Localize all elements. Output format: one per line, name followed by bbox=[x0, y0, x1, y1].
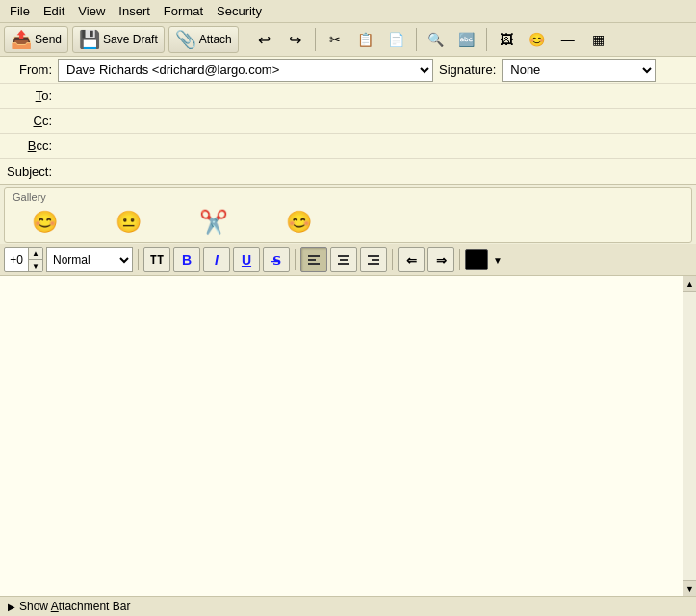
header-fields: From: Dave Richards <drichard@largo.com>… bbox=[0, 57, 696, 185]
align-left-button[interactable] bbox=[300, 247, 327, 272]
align-center-icon bbox=[337, 253, 350, 267]
font-size-control: +0 ▲ ▼ bbox=[4, 247, 43, 272]
compose-textarea[interactable] bbox=[0, 276, 683, 596]
attachment-bar-label: Show Attachment Bar bbox=[19, 600, 130, 613]
attachment-bar-toggle-arrow: ▶ bbox=[8, 602, 15, 612]
subject-row: Subject: bbox=[0, 159, 696, 184]
scroll-track[interactable] bbox=[683, 292, 697, 580]
cc-label: Cc: bbox=[0, 114, 58, 128]
font-size-up[interactable]: ▲ bbox=[29, 248, 42, 260]
to-input[interactable] bbox=[58, 87, 696, 105]
attach-button[interactable]: 📎 Attach bbox=[168, 26, 239, 53]
smiley-button[interactable]: 😊 bbox=[524, 26, 551, 53]
gallery: Gallery 😊 😐 ✂️ 😊 bbox=[4, 187, 692, 243]
search-button[interactable]: 🔍 bbox=[423, 26, 450, 53]
svg-rect-8 bbox=[368, 263, 379, 265]
font-size-arrows: ▲ ▼ bbox=[28, 248, 42, 271]
indent-decrease-button[interactable]: ⇐ bbox=[398, 247, 425, 272]
cc-row: Cc: bbox=[0, 109, 696, 134]
indent-increase-button[interactable]: ⇒ bbox=[427, 247, 454, 272]
send-icon: 📤 bbox=[11, 29, 32, 50]
signature-select[interactable]: None bbox=[502, 59, 656, 82]
save-draft-icon: 💾 bbox=[79, 29, 100, 50]
toolbar: 📤 Send 💾 Save Draft 📎 Attach ↩ ↪ ✂ 📋 📄 🔍… bbox=[0, 23, 696, 57]
toolbar-sep-1 bbox=[245, 28, 245, 51]
paste-button[interactable]: 📄 bbox=[383, 26, 410, 53]
format-toolbar: +0 ▲ ▼ Normal Heading 1 Heading 2 Headin… bbox=[0, 244, 696, 276]
text-color-swatch[interactable] bbox=[465, 249, 488, 270]
fmt-sep-4 bbox=[459, 249, 460, 270]
scroll-up-arrow[interactable]: ▲ bbox=[683, 276, 697, 292]
menu-security[interactable]: Security bbox=[211, 2, 268, 20]
menu-bar: File Edit View Insert Format Security bbox=[0, 0, 696, 23]
attach-label: Attach bbox=[199, 33, 232, 46]
save-draft-label: Save Draft bbox=[103, 33, 158, 46]
svg-rect-7 bbox=[372, 259, 379, 261]
attach-icon: 📎 bbox=[175, 29, 196, 50]
gallery-emojis: 😊 😐 ✂️ 😊 bbox=[13, 207, 683, 238]
menu-file[interactable]: File bbox=[4, 2, 36, 20]
fmt-sep-1 bbox=[138, 249, 139, 270]
subject-label: Subject: bbox=[0, 165, 58, 179]
align-right-icon bbox=[367, 253, 380, 267]
copy-button[interactable]: 📋 bbox=[352, 26, 379, 53]
table-button[interactable]: ▦ bbox=[585, 26, 612, 53]
menu-format[interactable]: Format bbox=[158, 2, 209, 20]
cc-input[interactable] bbox=[58, 112, 696, 130]
bcc-row: Bcc: bbox=[0, 134, 696, 159]
svg-rect-5 bbox=[338, 263, 349, 265]
gallery-emoji-3[interactable]: ✂️ bbox=[199, 209, 228, 236]
strikethrough-button[interactable]: S̶ bbox=[263, 247, 290, 272]
align-center-button[interactable] bbox=[330, 247, 357, 272]
svg-rect-3 bbox=[338, 255, 349, 257]
hrule-button[interactable]: — bbox=[554, 26, 581, 53]
to-label: To: bbox=[0, 89, 58, 103]
from-row: From: Dave Richards <drichard@largo.com>… bbox=[0, 57, 696, 84]
cut-button[interactable]: ✂ bbox=[322, 26, 348, 53]
align-right-button[interactable] bbox=[360, 247, 387, 272]
from-label: From: bbox=[0, 63, 58, 77]
bold-button[interactable]: B bbox=[173, 247, 200, 272]
status-bar[interactable]: ▶ Show Attachment Bar bbox=[0, 596, 696, 616]
image-button[interactable]: 🖼 bbox=[493, 26, 520, 53]
save-draft-button[interactable]: 💾 Save Draft bbox=[72, 26, 165, 53]
paragraph-style-select[interactable]: Normal Heading 1 Heading 2 Heading 3 bbox=[46, 247, 133, 272]
font-size-down[interactable]: ▼ bbox=[29, 260, 42, 271]
fmt-sep-3 bbox=[392, 249, 393, 270]
svg-rect-1 bbox=[308, 259, 316, 261]
menu-edit[interactable]: Edit bbox=[38, 2, 70, 20]
svg-rect-6 bbox=[368, 255, 379, 257]
scroll-down-arrow[interactable]: ▼ bbox=[683, 580, 697, 596]
toolbar-sep-3 bbox=[416, 28, 417, 51]
compose-area: ▲ ▼ bbox=[0, 276, 696, 596]
fixed-font-button[interactable]: TT bbox=[143, 247, 170, 272]
menu-view[interactable]: View bbox=[72, 2, 111, 20]
color-dropdown-arrow[interactable]: ▼ bbox=[491, 255, 504, 266]
menu-insert[interactable]: Insert bbox=[113, 2, 156, 20]
send-button[interactable]: 📤 Send bbox=[4, 26, 68, 53]
to-row: To: bbox=[0, 84, 696, 109]
gallery-title: Gallery bbox=[13, 192, 683, 203]
svg-rect-4 bbox=[340, 259, 348, 261]
send-label: Send bbox=[35, 33, 62, 46]
italic-button[interactable]: I bbox=[203, 247, 230, 272]
fmt-sep-2 bbox=[295, 249, 296, 270]
spell-check-button[interactable]: 🔤 bbox=[453, 26, 480, 53]
subject-input[interactable] bbox=[58, 163, 696, 181]
gallery-emoji-1[interactable]: 😊 bbox=[32, 210, 58, 235]
bcc-input[interactable] bbox=[58, 137, 696, 155]
from-select[interactable]: Dave Richards <drichard@largo.com> bbox=[58, 59, 433, 82]
signature-label: Signature: bbox=[433, 63, 502, 77]
toolbar-sep-2 bbox=[315, 28, 316, 51]
undo-button[interactable]: ↩ bbox=[251, 26, 278, 53]
align-left-icon bbox=[307, 253, 321, 267]
bcc-label: Bcc: bbox=[0, 139, 58, 153]
toolbar-sep-4 bbox=[486, 28, 487, 51]
svg-rect-0 bbox=[308, 255, 320, 257]
redo-button[interactable]: ↪ bbox=[282, 26, 309, 53]
underline-button[interactable]: U bbox=[233, 247, 260, 272]
font-size-value: +0 bbox=[5, 253, 28, 267]
gallery-emoji-4[interactable]: 😊 bbox=[286, 210, 312, 235]
gallery-emoji-2[interactable]: 😐 bbox=[116, 210, 142, 235]
compose-scrollbar: ▲ ▼ bbox=[683, 276, 696, 596]
